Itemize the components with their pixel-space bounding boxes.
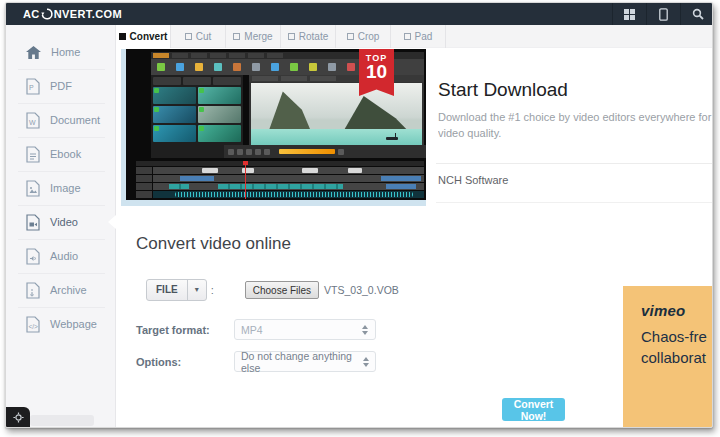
- convert-arrows-icon: [41, 8, 53, 20]
- logo-text-prefix: AC: [23, 8, 40, 20]
- svg-text:</>: </>: [29, 323, 39, 330]
- sidebar-item-label: Home: [51, 46, 80, 58]
- audio-file-icon: [26, 248, 40, 265]
- archive-file-icon: [26, 282, 40, 299]
- image-file-icon: [26, 180, 40, 197]
- sidebar-item-document[interactable]: W Document: [6, 103, 115, 137]
- sidebar-item-label: Audio: [50, 250, 78, 262]
- playhead-marker: [245, 161, 246, 199]
- square-icon: [185, 33, 192, 40]
- active-item-notch: [108, 215, 116, 229]
- transport-controls: [224, 145, 426, 158]
- tab-label: Rotate: [299, 31, 328, 42]
- badge-number: 10: [359, 63, 394, 81]
- tab-label: Cut: [196, 31, 212, 42]
- gear-icon: [13, 412, 24, 423]
- top10-ribbon-badge: TOP 10: [359, 49, 394, 96]
- vimeo-logo: vimeo: [641, 302, 713, 319]
- sidebar-item-label: Webpage: [50, 318, 97, 330]
- target-format-select[interactable]: MP4: [234, 319, 376, 340]
- page-title: Convert video online: [136, 234, 291, 254]
- tab-cut[interactable]: Cut: [171, 25, 226, 48]
- square-icon: [119, 33, 126, 40]
- sidebar-item-label: Image: [50, 182, 81, 194]
- aconvert-logo[interactable]: AC NVERT.COM: [23, 8, 122, 20]
- sidebar-item-label: PDF: [50, 80, 72, 92]
- tab-merge[interactable]: Merge: [226, 25, 281, 48]
- sidebar-item-home[interactable]: Home: [6, 35, 115, 69]
- file-source-dropdown-button[interactable]: FILE ▾: [146, 279, 207, 301]
- ad-description-line: Download the #1 choice by video editors …: [438, 109, 713, 125]
- webpage-file-icon: </>: [26, 316, 40, 333]
- sidebar-item-ebook[interactable]: Ebook: [6, 137, 115, 171]
- tab-label: Crop: [358, 31, 380, 42]
- convert-now-button[interactable]: Convert Now!: [502, 398, 565, 421]
- preview-tabs: [249, 75, 424, 82]
- sidebar-list: Home P PDF W Document Ebook Image Video: [6, 25, 115, 341]
- file-source-label: FILE: [147, 280, 187, 300]
- square-icon: [288, 33, 295, 40]
- preview-image: [251, 83, 422, 145]
- sidebar-item-webpage[interactable]: </> Webpage: [6, 307, 115, 341]
- ad-headline-link[interactable]: Start Download: [438, 79, 713, 101]
- sidebar-item-audio[interactable]: Audio: [6, 239, 115, 273]
- options-value: Do not change anything else: [241, 350, 363, 374]
- target-format-value: MP4: [241, 324, 263, 336]
- tab-pad[interactable]: Pad: [391, 25, 446, 48]
- tab-rotate[interactable]: Rotate: [281, 25, 336, 48]
- mobile-device-icon[interactable]: [646, 3, 680, 25]
- divider: [436, 163, 713, 164]
- page-frame: AC NVERT.COM Home: [5, 2, 713, 428]
- options-select[interactable]: Do not change anything else: [234, 351, 376, 372]
- sidebar-item-video[interactable]: Video: [6, 205, 115, 239]
- sidebar-item-pdf[interactable]: P PDF: [6, 69, 115, 103]
- tab-label: Pad: [415, 31, 433, 42]
- file-input-row: FILE ▾ : Choose Files VTS_03_0.VOB: [146, 279, 399, 301]
- sidebar-item-label: Archive: [50, 284, 87, 296]
- sidebar-item-label: Ebook: [50, 148, 81, 160]
- scrub-bar: [279, 149, 335, 154]
- sidebar-item-archive[interactable]: Archive: [6, 273, 115, 307]
- selected-file-name: VTS_03_0.VOB: [324, 284, 399, 296]
- tab-convert[interactable]: Convert: [116, 25, 171, 48]
- square-icon: [347, 33, 354, 40]
- tab-label: Merge: [244, 31, 272, 42]
- sidebar-item-label: Video: [50, 216, 78, 228]
- word-file-icon: W: [26, 112, 40, 129]
- ebook-file-icon: [26, 146, 40, 163]
- tab-crop[interactable]: Crop: [336, 25, 391, 48]
- sidebar-item-label: Document: [50, 114, 100, 126]
- apps-grid-icon[interactable]: [612, 3, 646, 25]
- video-file-icon: [26, 214, 40, 231]
- media-bin-controls: [153, 77, 241, 85]
- options-label: Options:: [136, 356, 181, 368]
- choose-files-button[interactable]: Choose Files: [245, 281, 319, 299]
- settings-gear-badge[interactable]: [6, 407, 30, 428]
- tab-label: Convert: [130, 31, 168, 42]
- ad-description: Download the #1 choice by video editors …: [438, 109, 713, 141]
- sidebar: Home P PDF W Document Ebook Image Video: [6, 25, 116, 428]
- svg-text:P: P: [29, 84, 34, 91]
- svg-text:W: W: [29, 118, 36, 125]
- pdf-file-icon: P: [26, 78, 40, 95]
- vimeo-ad[interactable]: vimeo Chaos-fre collaborat: [623, 286, 713, 428]
- home-icon: [26, 46, 41, 59]
- bottom-strip: [30, 415, 94, 426]
- search-icon[interactable]: [680, 3, 713, 25]
- select-stepper-icon: [362, 325, 369, 335]
- top-header-bar: AC NVERT.COM: [6, 3, 713, 25]
- select-stepper-icon: [363, 357, 369, 367]
- ad-description-line: video quality.: [438, 125, 713, 141]
- field-colon: :: [211, 284, 214, 296]
- sidebar-item-image[interactable]: Image: [6, 171, 115, 205]
- timeline-panel: [136, 161, 424, 199]
- header-icon-group: [612, 3, 713, 25]
- vimeo-ad-line: collaborat: [641, 347, 713, 368]
- media-thumbnails: [153, 87, 241, 142]
- divider: [436, 202, 713, 203]
- target-format-label: Target format:: [136, 324, 210, 336]
- vimeo-ad-text: Chaos-fre collaborat: [641, 326, 713, 368]
- logo-text-suffix: NVERT.COM: [54, 8, 122, 20]
- chevron-down-icon[interactable]: ▾: [187, 280, 206, 300]
- converter-tabbar: Convert Cut Merge Rotate Crop Pad: [116, 25, 713, 48]
